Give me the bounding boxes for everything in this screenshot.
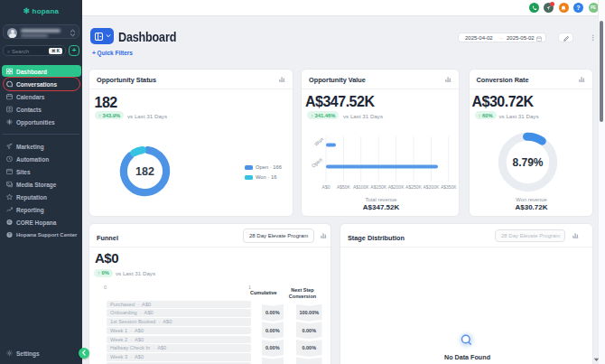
svg-text:A$350K: A$350K: [441, 184, 457, 190]
svg-text:A$300K: A$300K: [424, 184, 440, 190]
svg-text:Won: Won: [313, 136, 324, 147]
svg-text:A$50K: A$50K: [337, 184, 351, 190]
svg-text:A$150K: A$150K: [370, 184, 386, 190]
svg-text:182: 182: [135, 165, 154, 178]
svg-text:A$200K: A$200K: [388, 184, 405, 190]
svg-text:C: C: [8, 219, 11, 224]
svg-text:8.79%: 8.79%: [512, 156, 543, 169]
svg-text:A$0: A$0: [322, 184, 330, 190]
svg-text:A$100K: A$100K: [353, 184, 369, 190]
svg-text:Open: Open: [311, 157, 323, 169]
svg-text:A$250K: A$250K: [405, 184, 422, 190]
